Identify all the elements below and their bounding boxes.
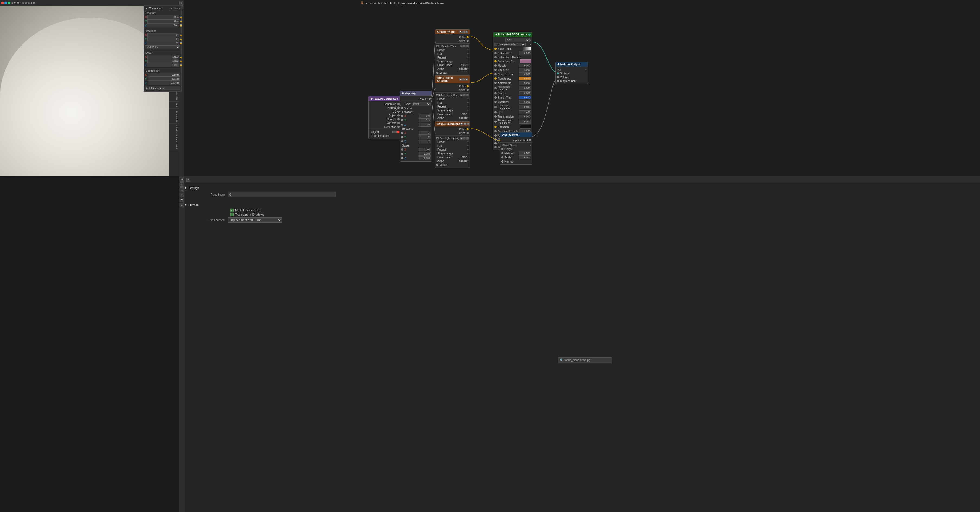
principled-specular-input[interactable] <box>519 68 531 72</box>
boucle-bump-btn1[interactable]: 👁 <box>460 123 463 126</box>
fabric-alpha-val[interactable]: Straight <box>459 116 468 119</box>
dim-y-input[interactable] <box>148 77 180 81</box>
fabric-blend-btn1[interactable]: 👁 <box>459 78 462 81</box>
scale-z-input[interactable] <box>147 63 179 67</box>
principled-anisorot-sock[interactable] <box>495 87 496 89</box>
boucle-w-btn3[interactable]: ✕ <box>466 30 468 33</box>
principled-clearcoat-sock[interactable] <box>495 101 496 103</box>
boucle-w-btn1[interactable]: 👁 <box>459 30 462 33</box>
principled-transrough-sock[interactable] <box>495 121 496 123</box>
boucle-w-alpha-val[interactable]: Straight <box>459 67 468 70</box>
principled-alpha-sock[interactable] <box>495 134 496 137</box>
principled-base-color-swatch[interactable] <box>523 47 531 51</box>
bl-icon-6[interactable]: ≡ <box>180 203 184 207</box>
tc-object-socket[interactable] <box>398 114 399 116</box>
breadcrumb-mesh[interactable]: Eichholtz_Inger_swivel_chaire.003 <box>385 2 430 5</box>
mapping-loc-x-sock[interactable] <box>401 115 403 117</box>
disp-scale-sock[interactable] <box>501 156 503 159</box>
principled-specular-sock[interactable] <box>495 69 496 71</box>
boucle-w-alpha-arrow[interactable]: ▾ <box>468 67 469 70</box>
bottom-menu-icon[interactable]: ≡ <box>186 178 190 181</box>
scale-x-lock[interactable]: 🔒 <box>180 56 183 58</box>
node-select-tool[interactable]: ↖ <box>179 1 183 5</box>
fabric-img-btn2[interactable]: ⬚ <box>463 94 466 97</box>
principled-ior-input[interactable] <box>519 110 531 114</box>
mapping-rot-y-sock[interactable] <box>401 136 403 138</box>
mapping-scale-y-sock[interactable] <box>401 153 403 155</box>
fabric-colorspace-val[interactable]: sRGB <box>461 113 468 115</box>
boucle-bump-btn3[interactable]: ✕ <box>467 123 469 126</box>
fabric-img-btn1[interactable]: 👁 <box>460 94 463 97</box>
transform-collapse-arrow[interactable]: ▼ <box>145 7 148 10</box>
rotation-y-input[interactable] <box>147 37 179 41</box>
boucle-w-colorspace-arrow[interactable]: ▾ <box>468 64 469 66</box>
texture-coordinate-node[interactable]: ✱ Texture Coordinate Generated Normal UV… <box>369 96 401 139</box>
dim-x-input[interactable] <box>148 73 180 77</box>
principled-sheentint-sock[interactable] <box>495 97 496 99</box>
mapping-vector-in-socket[interactable] <box>401 107 403 109</box>
bl-icon-3[interactable]: ⬚ <box>180 188 184 192</box>
boucle-w-source-arrow[interactable]: ▾ <box>468 60 469 63</box>
rotation-x-lock[interactable]: 🔒 <box>180 34 183 36</box>
fabric-filename[interactable]: fabric_blend Bric... <box>439 94 460 97</box>
tc-uv-socket[interactable] <box>398 111 399 113</box>
scale-y-lock[interactable]: 🔒 <box>180 60 183 62</box>
fabric-alpha-socket[interactable] <box>466 89 469 91</box>
material-output-node[interactable]: ✱ Material Output All ▾ Surface Volume D… <box>555 62 588 84</box>
disp-out-socket[interactable] <box>529 139 531 141</box>
principled-bsdf-output-socket[interactable] <box>528 33 530 36</box>
boucle-w-node[interactable]: Boucle_W.png 👁 ⬚ ✕ Color Alpha 🖼 Boucle_… <box>435 29 470 76</box>
mapping-rot-x-sock[interactable] <box>401 132 403 134</box>
mapping-rot-x-input[interactable] <box>418 131 431 135</box>
location-z-lock[interactable]: 🔒 <box>180 24 182 27</box>
principled-roughness-input[interactable] <box>519 77 531 81</box>
mapping-loc-y-input[interactable] <box>418 118 431 122</box>
bump-colorspace-val[interactable]: sRGB <box>461 156 468 159</box>
disp-height-sock[interactable] <box>501 148 503 150</box>
boucle-w-vector-sock[interactable] <box>436 72 438 74</box>
bump-img-btn1[interactable]: 👁 <box>460 137 463 140</box>
location-x-input[interactable] <box>147 15 179 19</box>
vtab-lie[interactable]: LIE <box>169 101 179 109</box>
transform-options[interactable]: Options ▾ <box>170 7 180 10</box>
mapping-loc-y-sock[interactable] <box>401 119 403 121</box>
mapping-rot-y-input[interactable] <box>418 135 431 139</box>
bl-icon-1[interactable]: ⊞ <box>180 177 184 181</box>
fabric-blend-node[interactable]: fabric_blend Brice.jpg 👁 ⬚ ✕ Color Alpha… <box>435 75 470 125</box>
bump-alpha-socket[interactable] <box>466 132 469 134</box>
principled-ior-sock[interactable] <box>495 111 496 113</box>
boucle-w-color-socket[interactable] <box>466 36 469 38</box>
mapping-loc-z-input[interactable] <box>418 123 431 127</box>
principled-emission-sock[interactable] <box>495 126 496 128</box>
principled-spectint-input[interactable] <box>519 72 531 76</box>
tc-generated-socket[interactable] <box>398 103 399 105</box>
principled-metalic-sock[interactable] <box>495 64 496 67</box>
disp-normal-sock[interactable] <box>501 161 503 162</box>
tc-normal-socket[interactable] <box>398 107 399 109</box>
bump-img-btn3[interactable]: ✕ <box>466 137 469 140</box>
principled-clearcoatrough-input[interactable] <box>519 105 531 109</box>
location-x-lock[interactable]: 🔒 <box>180 16 183 18</box>
bump-img-btn2[interactable]: ⬚ <box>463 137 466 140</box>
principled-spectint-sock[interactable] <box>495 73 496 75</box>
mapping-scale-x-sock[interactable] <box>401 148 403 151</box>
transparent-shadows-checkbox[interactable]: ✓ <box>230 213 234 216</box>
scale-y-input[interactable] <box>147 59 179 63</box>
principled-transrough-input[interactable] <box>519 120 531 124</box>
bump-alpha-val[interactable]: Straight <box>459 159 468 162</box>
location-y-lock[interactable]: 🔒 <box>180 20 183 22</box>
bl-icon-2[interactable]: ↖ <box>180 182 184 187</box>
node-editor[interactable]: 🪑 armchair ▶ ◇ Eichholtz_Inger_swivel_ch… <box>179 0 980 176</box>
multiple-importance-checkbox[interactable]: ✓ <box>230 208 234 212</box>
mapping-scale-y-input[interactable] <box>418 152 431 156</box>
dim-z-input[interactable] <box>148 81 180 85</box>
mapping-scale-z-input[interactable] <box>418 156 431 160</box>
mapping-loc-z-sock[interactable] <box>401 124 403 126</box>
principled-method-select[interactable]: Christensen-Burley <box>495 43 526 46</box>
principled-clearcoat-input[interactable] <box>519 100 531 104</box>
principled-transmission-input[interactable] <box>519 114 531 118</box>
breadcrumb-material[interactable]: laine <box>437 2 444 5</box>
mapping-scale-z-sock[interactable] <box>401 157 403 159</box>
mat-surface-sock[interactable] <box>557 72 559 75</box>
boucle-bump-btn2[interactable]: ⬚ <box>464 123 466 126</box>
